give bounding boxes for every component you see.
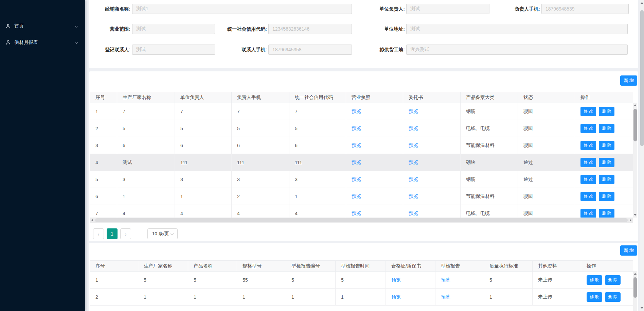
manager-phone-input[interactable]	[541, 4, 629, 14]
cell-category: 砌块	[461, 154, 518, 171]
edit-button[interactable]: 修 改	[587, 292, 602, 302]
business-license-preview-link[interactable]: 预览	[352, 193, 361, 199]
cell-category: 节能保温材料	[461, 137, 518, 154]
delete-button[interactable]: 删 除	[599, 124, 614, 133]
business-scope-input[interactable]	[132, 24, 215, 34]
scroll-down-arrow-icon[interactable]	[634, 214, 637, 216]
authorization-letter-preview-link[interactable]: 预览	[409, 193, 418, 199]
cell-standard: 1	[484, 289, 533, 306]
type-report-preview-link[interactable]: 预览	[441, 277, 450, 282]
cell-manufacturer: 7	[117, 103, 175, 120]
edit-button[interactable]: 修 改	[580, 107, 596, 116]
page-size-select[interactable]: 10 条/页	[147, 228, 178, 239]
cell-other: 未上传	[533, 272, 581, 289]
contact-phone-input[interactable]	[268, 45, 352, 55]
delete-button[interactable]: 删 除	[599, 192, 614, 201]
table-row: 4 测试 111 111 111 预览 预览 砌块 通过 修 改 删 除	[90, 154, 633, 171]
delete-button[interactable]: 删 除	[599, 141, 614, 150]
sidebar-item-monthly-report[interactable]: 供材月报表	[0, 34, 85, 51]
cell-index: 1	[90, 103, 117, 120]
chevron-down-icon	[171, 232, 174, 235]
scrollbar-thumb[interactable]	[95, 218, 628, 222]
table-horizontal-scrollbar[interactable]	[90, 218, 633, 223]
next-page-button[interactable]: ›	[120, 228, 131, 239]
scrollbar-thumb[interactable]	[633, 277, 637, 298]
add-product-button[interactable]: 新 增	[620, 245, 637, 256]
cell-manager: 4	[175, 205, 232, 218]
column-header: 操作	[575, 92, 633, 103]
scroll-up-arrow-icon[interactable]	[634, 273, 637, 275]
cell-credit-code: 5	[289, 120, 346, 137]
scroll-up-arrow-icon[interactable]	[641, 2, 643, 4]
certificate-preview-link[interactable]: 预览	[391, 277, 401, 282]
sidebar-item-home[interactable]: 首页	[0, 18, 85, 34]
business-license-preview-link[interactable]: 预览	[352, 142, 361, 148]
delete-button[interactable]: 删 除	[599, 209, 614, 218]
business-license-preview-link[interactable]: 预览	[352, 125, 361, 131]
scroll-right-arrow-icon[interactable]	[630, 219, 631, 222]
authorization-letter-preview-link[interactable]: 预览	[409, 159, 418, 165]
edit-button[interactable]: 修 改	[587, 275, 602, 285]
add-manufacturer-button[interactable]: 新 增	[620, 75, 637, 86]
supply-site-input[interactable]	[406, 45, 628, 55]
sidebar-menu: 首页 供材月报表	[0, 0, 85, 51]
cell-phone: 6	[232, 137, 289, 154]
cell-index: 2	[90, 120, 117, 137]
unit-address-label: 单位地址:	[354, 24, 405, 34]
edit-button[interactable]: 修 改	[580, 175, 596, 184]
column-header: 统一社会信用代码	[289, 92, 346, 103]
chevron-down-icon	[75, 24, 78, 28]
edit-button[interactable]: 修 改	[580, 124, 596, 133]
dealer-name-input[interactable]	[132, 4, 352, 14]
scroll-up-arrow-icon[interactable]	[634, 104, 637, 106]
current-page-button[interactable]: 1	[107, 228, 118, 239]
table-vertical-scrollbar[interactable]	[633, 103, 637, 218]
unit-address-input[interactable]	[406, 24, 628, 34]
cell-credit-code: 1	[289, 188, 346, 205]
authorization-letter-preview-link[interactable]: 预览	[409, 108, 418, 114]
edit-button[interactable]: 修 改	[580, 209, 596, 218]
cell-credit-code: 4	[289, 205, 346, 218]
business-license-preview-link[interactable]: 预览	[352, 210, 361, 216]
credit-code-input[interactable]	[268, 24, 352, 34]
cell-index: 3	[90, 137, 117, 154]
page-vertical-scrollbar[interactable]	[640, 0, 644, 311]
delete-button[interactable]: 删 除	[599, 158, 614, 167]
previous-page-button[interactable]: ‹	[93, 228, 104, 239]
cell-category: 电线、电缆	[461, 205, 518, 218]
delete-button[interactable]: 删 除	[599, 107, 614, 116]
column-header: 营业执照	[346, 92, 403, 103]
cell-report-time: 1	[336, 289, 386, 306]
authorization-letter-preview-link[interactable]: 预览	[409, 210, 418, 216]
business-license-preview-link[interactable]: 预览	[352, 159, 361, 165]
scroll-down-arrow-icon[interactable]	[641, 307, 643, 309]
delete-button[interactable]: 删 除	[605, 275, 621, 285]
contact-input[interactable]	[132, 45, 215, 55]
edit-button[interactable]: 修 改	[580, 158, 596, 167]
column-header: 委托书	[403, 92, 461, 103]
business-license-preview-link[interactable]: 预览	[352, 176, 361, 182]
table-row: 1 7 7 7 7 预览 预览 钢筋 驳回 修 改 删 除	[90, 103, 633, 120]
delete-button[interactable]: 删 除	[605, 292, 621, 302]
delete-button[interactable]: 删 除	[599, 175, 614, 184]
cell-category: 节能保温材料	[461, 188, 518, 205]
business-license-preview-link[interactable]: 预览	[352, 108, 361, 114]
edit-button[interactable]: 修 改	[580, 141, 596, 150]
certificate-preview-link[interactable]: 预览	[391, 294, 401, 299]
scrollbar-thumb[interactable]	[633, 109, 637, 141]
authorization-letter-preview-link[interactable]: 预览	[409, 176, 418, 182]
authorization-letter-preview-link[interactable]: 预览	[409, 142, 418, 148]
credit-code-label: 统一社会信用代码:	[216, 24, 267, 34]
column-header: 合格证/质保书	[386, 261, 435, 272]
type-report-preview-link[interactable]: 预览	[441, 294, 450, 299]
cell-manager: 5	[175, 120, 232, 137]
cell-credit-code: 111	[289, 154, 346, 171]
scrollbar-thumb[interactable]	[640, 10, 644, 146]
edit-button[interactable]: 修 改	[580, 192, 596, 201]
page-size-value: 10 条/页	[152, 231, 169, 237]
unit-manager-input[interactable]	[406, 4, 489, 14]
cell-manufacturer: 1	[138, 289, 188, 306]
authorization-letter-preview-link[interactable]: 预览	[409, 125, 418, 131]
scroll-left-arrow-icon[interactable]	[91, 219, 93, 222]
table-vertical-scrollbar[interactable]	[633, 271, 637, 311]
